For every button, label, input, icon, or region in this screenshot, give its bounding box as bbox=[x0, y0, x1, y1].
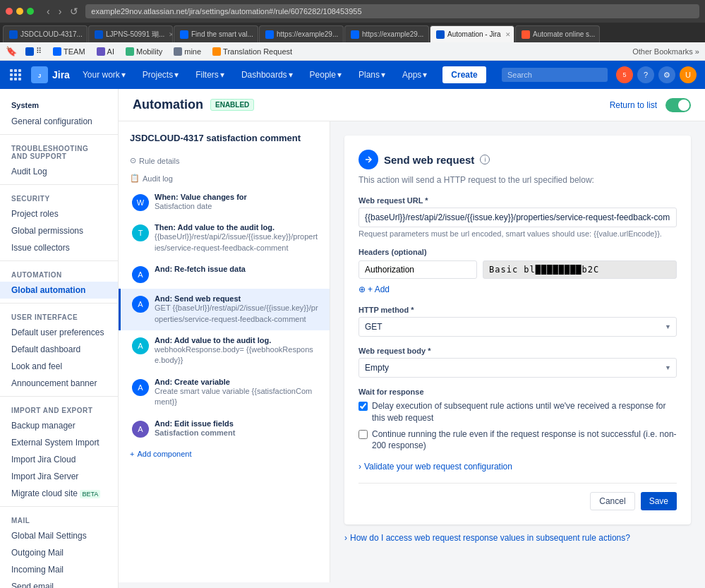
tab-ljpns[interactable]: LJPNS-50991 瑚... ✕ bbox=[88, 25, 173, 42]
tab-close[interactable]: ✕ bbox=[87, 31, 88, 38]
user-avatar[interactable]: U bbox=[680, 66, 697, 83]
http-method-select[interactable]: GET POST PUT DELETE PATCH bbox=[358, 317, 677, 337]
bookmark-mine[interactable]: mine bbox=[171, 46, 204, 57]
sidebar-item-user-prefs[interactable]: Default user preferences bbox=[0, 324, 118, 341]
cancel-button[interactable]: Cancel bbox=[590, 492, 634, 510]
nav-apps[interactable]: Apps▾ bbox=[398, 67, 431, 83]
sidebar-item-global-mail[interactable]: Global Mail Settings bbox=[0, 527, 118, 544]
rule-item-edit-fields[interactable]: A And: Edit issue fields Satisfaction co… bbox=[119, 414, 330, 444]
refresh-button[interactable]: ↺ bbox=[67, 4, 81, 18]
nav-plans[interactable]: Plans▾ bbox=[354, 67, 390, 83]
main-layout: System General configuration Troubleshoo… bbox=[0, 89, 705, 588]
sidebar-item-system[interactable]: System bbox=[0, 97, 118, 113]
add-component-button[interactable]: + Add component bbox=[119, 444, 330, 464]
header-row bbox=[358, 260, 677, 279]
sidebar-item-audit-log[interactable]: Audit Log bbox=[0, 163, 118, 180]
tab-smart-val[interactable]: Find the smart val... ✕ bbox=[174, 25, 258, 42]
browser-chrome: ‹ › ↺ example29nov.atlassian.net/jira/se… bbox=[0, 0, 705, 23]
sidebar-item-look-and-feel[interactable]: Look and feel bbox=[0, 358, 118, 375]
rule-item-trigger[interactable]: W When: Value changes for Satisfaction d… bbox=[119, 187, 330, 217]
validate-section[interactable]: › Validate your web request configuratio… bbox=[358, 462, 677, 472]
tab-close[interactable]: ✕ bbox=[258, 31, 258, 38]
rule-details-icon: ⊙ bbox=[130, 156, 136, 165]
nav-people[interactable]: People▾ bbox=[306, 67, 346, 83]
rule-item-create-variable[interactable]: A And: Create variable Create smart valu… bbox=[119, 372, 330, 414]
bookmark-ai[interactable]: AI bbox=[94, 46, 117, 57]
tab-close[interactable]: ✕ bbox=[599, 31, 600, 38]
sidebar-item-import-server[interactable]: Import Jira Server bbox=[0, 468, 118, 485]
bookmark-translation[interactable]: Translation Request bbox=[210, 46, 295, 57]
tab-automation-jira[interactable]: Automation - Jira ✕ bbox=[430, 25, 514, 42]
rule-details-link[interactable]: ⊙ Rule details bbox=[119, 152, 330, 169]
sidebar-divider-3 bbox=[0, 260, 118, 261]
tab-example1[interactable]: https://example29... ✕ bbox=[259, 25, 344, 42]
tab-close[interactable]: ✕ bbox=[428, 31, 429, 38]
headers-title: Headers (optional) bbox=[358, 248, 677, 256]
url-input[interactable] bbox=[358, 208, 677, 227]
sidebar-item-global-permissions[interactable]: Global permissions bbox=[0, 222, 118, 239]
back-button[interactable]: ‹ bbox=[44, 4, 53, 18]
minimize-button[interactable] bbox=[16, 8, 23, 15]
sidebar-item-general-config[interactable]: General configuration bbox=[0, 113, 118, 130]
sidebar-item-external-import[interactable]: External System Import bbox=[0, 434, 118, 451]
address-bar[interactable]: example29nov.atlassian.net/jira/settings… bbox=[85, 4, 699, 18]
nav-filters[interactable]: Filters▾ bbox=[191, 67, 229, 83]
wait-checkbox1[interactable] bbox=[358, 402, 368, 411]
other-bookmarks[interactable]: Other Bookmarks » bbox=[632, 47, 699, 56]
sidebar-item-send-email[interactable]: Send email bbox=[0, 578, 118, 588]
create-button[interactable]: Create bbox=[442, 66, 486, 83]
nav-dashboards[interactable]: Dashboards▾ bbox=[237, 67, 297, 83]
sidebar-item-project-roles[interactable]: Project roles bbox=[0, 205, 118, 222]
sidebar-section-security: Security bbox=[0, 189, 118, 205]
rule-item-audit2[interactable]: A And: Add value to the audit log. webho… bbox=[119, 330, 330, 372]
audit-log-link[interactable]: 📋 Audit log bbox=[119, 169, 330, 187]
sidebar-item-migrate-cloud[interactable]: Migrate cloud site BETA bbox=[0, 485, 118, 502]
tab-automate[interactable]: Automate online s... ✕ bbox=[515, 25, 600, 42]
header-value-input[interactable] bbox=[483, 260, 677, 279]
sidebar-item-backup-manager[interactable]: Backup manager bbox=[0, 417, 118, 434]
tab-example2[interactable]: https://example29... ✕ bbox=[344, 25, 429, 42]
sidebar-item-incoming-mail[interactable]: Incoming Mail bbox=[0, 561, 118, 578]
bookmark-mobility[interactable]: Mobility bbox=[123, 46, 165, 57]
body-select[interactable]: Empty Custom data Issue data (Jira) bbox=[358, 358, 677, 378]
wait-checkbox2[interactable] bbox=[358, 430, 368, 439]
notifications-button[interactable]: 5 bbox=[616, 66, 633, 83]
maximize-button[interactable] bbox=[27, 8, 34, 15]
rule-item-send-web-request[interactable]: A And: Send web request GET {{baseUrl}}/… bbox=[119, 289, 330, 330]
sidebar-item-issue-collectors[interactable]: Issue collectors bbox=[0, 239, 118, 256]
tab-close[interactable]: ✕ bbox=[169, 31, 173, 38]
faq-section[interactable]: › How do I access web request response v… bbox=[344, 533, 691, 543]
tab-close[interactable]: ✕ bbox=[505, 31, 511, 38]
tab-favicon bbox=[522, 30, 530, 39]
search-input[interactable] bbox=[502, 68, 608, 82]
nav-your-work[interactable]: Your work▾ bbox=[78, 67, 130, 83]
sidebar-item-announcement[interactable]: Announcement banner bbox=[0, 375, 118, 392]
tab-favicon bbox=[351, 30, 359, 39]
rule-item-refetch[interactable]: A And: Re-fetch issue data bbox=[119, 259, 330, 289]
close-button[interactable] bbox=[6, 8, 13, 15]
sidebar-item-default-dashboard[interactable]: Default dashboard bbox=[0, 341, 118, 358]
return-to-list-link[interactable]: Return to list bbox=[610, 100, 657, 110]
save-button[interactable]: Save bbox=[641, 492, 677, 510]
sidebar-item-global-automation[interactable]: Global automation bbox=[0, 282, 118, 299]
add-header-button[interactable]: ⊕ + Add bbox=[358, 283, 677, 296]
rule-item-action1[interactable]: T Then: Add value to the audit log. {{ba… bbox=[119, 217, 330, 259]
rule-editor: JSDCLOUD-4317 satisfaction comment ⊙ Rul… bbox=[119, 121, 705, 582]
settings-button[interactable]: ⚙ bbox=[658, 66, 675, 83]
help-button[interactable]: ? bbox=[637, 66, 654, 83]
sidebar-divider-6 bbox=[0, 506, 118, 507]
action-card: Send web request i This action will send… bbox=[344, 136, 691, 524]
create-variable-content: And: Create variable Create smart value … bbox=[155, 378, 318, 408]
apps-grid-icon[interactable] bbox=[8, 68, 23, 82]
automation-toggle[interactable] bbox=[665, 98, 691, 112]
tab-close[interactable]: ✕ bbox=[342, 31, 344, 38]
tab-jsdcloud[interactable]: JSDCLOUD-4317... ✕ bbox=[3, 25, 88, 42]
bookmark-apps-icon[interactable]: ⠿ bbox=[23, 45, 44, 57]
sidebar-item-import-cloud[interactable]: Import Jira Cloud bbox=[0, 451, 118, 468]
bookmark-icon bbox=[174, 47, 182, 56]
bookmark-team[interactable]: TEAM bbox=[50, 46, 88, 57]
nav-projects[interactable]: Projects▾ bbox=[138, 67, 183, 83]
header-key-input[interactable] bbox=[358, 260, 477, 279]
forward-button[interactable]: › bbox=[56, 4, 65, 18]
sidebar-item-outgoing-mail[interactable]: Outgoing Mail bbox=[0, 544, 118, 561]
